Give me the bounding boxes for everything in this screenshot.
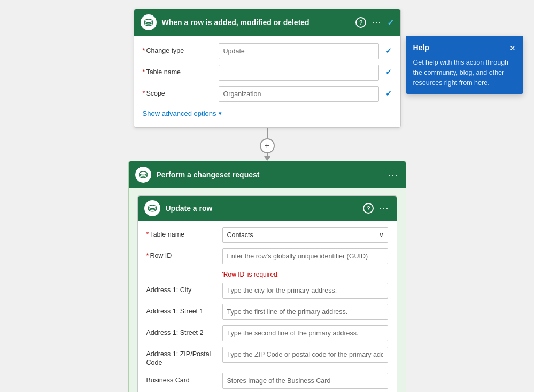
changeset-card: Perform a changeset request ··· Update a [128,161,406,392]
contacts-table-label: *Table name [146,227,216,239]
trigger-card-title: When a row is added, modified or deleted [162,18,351,27]
advanced-options-chevron: ▾ [219,110,222,117]
connector-arrow [264,156,270,161]
update-row-actions: ? ··· [363,203,390,214]
update-row-body: *Table name Contacts ∨ *Row ID [138,221,397,392]
help-tooltip-text: Get help with this action through the co… [413,58,516,88]
trigger-card-actions: ? ··· ✓ [355,17,393,28]
address-street1-row: Address 1: Street 1 [146,304,388,320]
address-street2-label: Address 1: Street 2 [146,325,216,337]
trigger-card: When a row is added, modified or deleted… [134,9,401,128]
address-street1-label: Address 1: Street 1 [146,304,216,316]
update-row-help-button[interactable]: ? [363,203,374,214]
trigger-help-button[interactable]: ? [355,17,366,28]
svg-point-2 [148,205,156,208]
change-type-input[interactable] [219,43,379,59]
scope-row: *Scope ✓ [143,86,392,102]
row-id-row: *Row ID [146,248,388,264]
row-id-input[interactable] [222,248,388,264]
address-city-row: Address 1: City [146,283,388,299]
trigger-card-header: When a row is added, modified or deleted… [134,9,400,36]
dataverse-icon-2 [138,170,148,179]
contacts-table-row: *Table name Contacts ∨ [146,227,388,243]
contacts-table-select[interactable]: Contacts [222,227,388,243]
scope-label: *Scope [143,86,212,98]
connector-line-top [267,128,268,138]
trigger-more-button[interactable]: ··· [370,17,382,28]
change-type-row: *Change type ✓ [143,43,392,59]
help-tooltip-header: Help ✕ [413,42,516,53]
address-city-input[interactable] [222,283,388,299]
change-type-label: *Change type [143,43,212,55]
address-city-label: Address 1: City [146,283,216,294]
update-row-icon [144,200,160,216]
row-id-error-row: 'Row ID' is required. [146,270,388,278]
add-step-button[interactable]: + [260,138,275,153]
business-card-input[interactable] [222,373,388,389]
changeset-card-title: Perform a changeset request [157,170,382,179]
zip-code-input[interactable] [222,347,388,363]
zip-code-label: Address 1: ZIP/Postal Code [146,347,216,367]
trigger-check: ✓ [387,18,394,28]
business-card-row: Business Card [146,373,388,389]
help-tooltip-close-button[interactable]: ✕ [509,44,516,52]
advanced-options-label: Show advanced options [143,109,216,117]
update-row-title: Update a row [166,204,358,213]
help-tooltip: Help ✕ Get help with this action through… [406,36,523,94]
update-row-header: Update a row ? ··· [138,196,397,221]
trigger-card-icon [141,14,157,30]
scope-input[interactable] [219,86,379,102]
changeset-card-header: Perform a changeset request ··· [129,161,406,188]
update-row-card: Update a row ? ··· *Table name [137,195,397,392]
dataverse-icon-3 [148,203,157,213]
dataverse-icon [144,18,153,27]
address-street1-input[interactable] [222,304,388,320]
connector-1: + [260,128,275,161]
row-id-error-text: 'Row ID' is required. [222,271,388,278]
business-card-label: Business Card [146,373,216,385]
row-id-label: *Row ID [146,248,216,260]
help-tooltip-title: Help [413,42,429,53]
changeset-card-actions: ··· [387,169,399,181]
contacts-table-select-wrapper: Contacts ∨ [222,227,388,243]
table-name-check: ✓ [385,65,392,76]
changeset-card-icon [135,167,151,183]
svg-point-0 [144,19,152,22]
table-name-trigger-row: *Table name Accounts ✓ [143,65,392,81]
update-row-more-button[interactable]: ··· [378,203,390,214]
address-street2-row: Address 1: Street 2 [146,325,388,341]
table-name-trigger-input[interactable]: Accounts [219,65,379,81]
address-street2-input[interactable] [222,325,388,341]
scope-check: ✓ [385,86,392,98]
add-step-icon: + [265,141,269,151]
advanced-options-button[interactable]: Show advanced options ▾ [143,107,222,120]
zip-code-row: Address 1: ZIP/Postal Code [146,347,388,367]
svg-point-1 [139,171,146,175]
trigger-card-body: Help ✕ Get help with this action through… [134,36,400,127]
table-name-trigger-label: *Table name [143,65,212,76]
changeset-card-body: Update a row ? ··· *Table name [129,188,406,392]
changeset-more-button[interactable]: ··· [387,169,399,181]
change-type-check: ✓ [385,43,392,55]
